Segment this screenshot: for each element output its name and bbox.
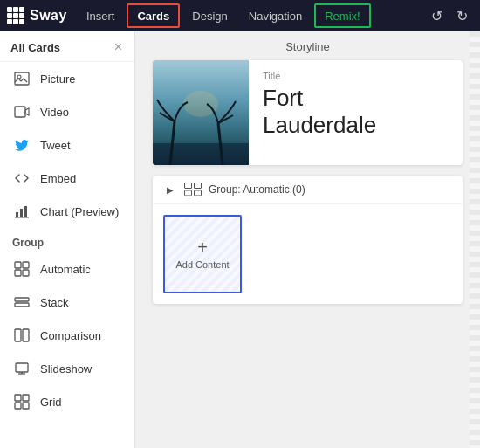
add-content-label: Add Content (175, 259, 229, 270)
sidebar-item-embed-label: Embed (40, 172, 76, 185)
tweet-icon (12, 135, 31, 155)
logo-text: Sway (30, 8, 67, 24)
svg-rect-14 (23, 329, 29, 341)
undo-button[interactable]: ↺ (426, 3, 448, 28)
svg-rect-15 (16, 363, 28, 372)
svg-rect-10 (23, 270, 29, 276)
undo-icon: ↺ (431, 8, 442, 24)
svg-rect-18 (15, 395, 21, 401)
group-body: + Add Content (153, 204, 463, 304)
group-header: ▶ Group: Automatic (0) (153, 176, 463, 204)
svg-point-23 (183, 91, 218, 117)
svg-rect-29 (185, 190, 192, 196)
svg-rect-8 (23, 262, 29, 268)
svg-rect-11 (15, 298, 29, 301)
group-card: ▶ Group: Automatic (0) + Add (153, 176, 463, 304)
add-content-plus-icon: + (197, 238, 208, 256)
sidebar-item-video[interactable]: Video (0, 95, 134, 128)
sidebar-item-embed[interactable]: Embed (0, 162, 134, 195)
svg-rect-20 (15, 403, 21, 409)
navigation-nav-button[interactable]: Navigation (240, 3, 311, 28)
title-card-text: Title Fort Lauderdale (249, 60, 463, 165)
sidebar-title: All Cards (10, 41, 60, 54)
svg-rect-3 (16, 212, 18, 217)
sidebar-close-button[interactable]: × (113, 40, 124, 54)
svg-rect-0 (15, 72, 29, 85)
svg-rect-4 (20, 209, 23, 217)
group-label: Group: Automatic (0) (209, 183, 305, 196)
sidebar-item-slideshow[interactable]: Slideshow (0, 352, 134, 385)
svg-rect-28 (195, 183, 202, 189)
title-heading: Fort Lauderdale (263, 85, 449, 139)
sidebar-item-chart-label: Chart (Preview) (40, 205, 119, 218)
design-nav-button[interactable]: Design (183, 3, 236, 28)
sidebar-item-grid-label: Grid (40, 396, 62, 409)
sidebar-item-tweet[interactable]: Tweet (0, 128, 134, 162)
automatic-icon (12, 259, 31, 279)
sidebar-item-video-label: Video (40, 106, 69, 119)
cards-nav-button[interactable]: Cards (127, 3, 180, 28)
svg-rect-24 (153, 143, 249, 165)
sidebar-item-automatic-label: Automatic (40, 263, 91, 276)
video-icon (12, 102, 31, 121)
redo-icon: ↻ (456, 8, 468, 24)
svg-rect-7 (15, 262, 21, 268)
svg-rect-9 (15, 270, 21, 276)
embed-icon (12, 169, 31, 188)
svg-rect-2 (15, 107, 25, 117)
sidebar-item-slideshow-label: Slideshow (40, 362, 92, 376)
comparison-icon (12, 326, 31, 345)
sidebar-item-tweet-label: Tweet (40, 139, 71, 152)
sidebar-item-grid[interactable]: Grid (0, 385, 134, 418)
sidebar-item-picture-label: Picture (40, 72, 75, 86)
topbar: Sway Insert Cards Design Navigation Remi… (0, 0, 480, 31)
torn-edge-decoration (470, 31, 480, 448)
grid-icon (7, 7, 24, 24)
svg-rect-5 (24, 206, 27, 217)
svg-rect-19 (23, 395, 29, 401)
sidebar-item-stack[interactable]: Stack (0, 286, 134, 319)
sidebar-item-automatic[interactable]: Automatic (0, 252, 134, 286)
sidebar-item-stack-label: Stack (40, 296, 69, 309)
slideshow-icon (12, 359, 31, 378)
chart-icon (12, 202, 31, 221)
sidebar: All Cards × Picture Video (0, 31, 135, 448)
sidebar-header: All Cards × (0, 31, 134, 62)
storyline-header: Storyline (135, 31, 480, 60)
add-content-button[interactable]: + Add Content (163, 215, 242, 293)
title-card[interactable]: Title Fort Lauderdale (153, 60, 463, 165)
title-label: Title (263, 71, 449, 81)
redo-button[interactable]: ↻ (451, 3, 473, 28)
title-card-image (153, 60, 249, 165)
sidebar-item-comparison[interactable]: Comparison (0, 319, 134, 352)
sidebar-item-comparison-label: Comparison (40, 329, 101, 342)
remix-nav-button[interactable]: Remix! (314, 3, 370, 28)
stack-icon (12, 293, 31, 312)
insert-nav-button[interactable]: Insert (78, 3, 124, 28)
storyline-area: Storyline (135, 31, 480, 448)
svg-rect-30 (195, 190, 202, 196)
group-section-label: Group (0, 228, 134, 252)
title-heading-line1: Fort (263, 85, 303, 111)
sidebar-item-picture[interactable]: Picture (0, 62, 134, 95)
svg-rect-21 (23, 403, 29, 409)
group-expand-button[interactable]: ▶ (163, 183, 177, 196)
picture-icon (12, 69, 31, 88)
svg-rect-13 (15, 329, 21, 341)
storyline-content: Title Fort Lauderdale ▶ (135, 60, 480, 321)
app-logo[interactable]: Sway (7, 7, 67, 24)
title-heading-line2: Lauderdale (263, 112, 376, 138)
group-type-icon (184, 183, 202, 196)
svg-rect-27 (185, 183, 192, 189)
svg-point-1 (17, 75, 21, 79)
grid-layout-icon (12, 392, 31, 411)
sidebar-item-chart[interactable]: Chart (Preview) (0, 195, 134, 228)
svg-rect-12 (15, 303, 29, 307)
main-layout: All Cards × Picture Video (0, 31, 480, 448)
